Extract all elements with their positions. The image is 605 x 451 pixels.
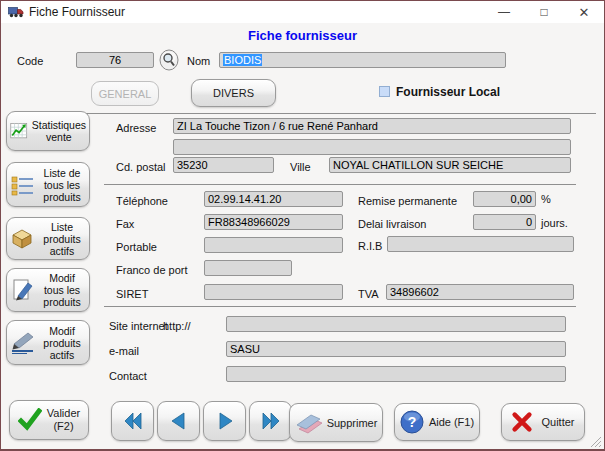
close-button[interactable]: ✕ [564, 1, 604, 23]
nav-last-button[interactable] [249, 401, 292, 441]
aide-button-label: Aide (F1) [429, 416, 474, 428]
svg-text:?: ? [408, 414, 417, 430]
page-title: Fiche fournisseur [1, 28, 604, 43]
valider-button[interactable]: Valider(F2) [9, 400, 89, 440]
quit-cross-icon [511, 411, 533, 433]
siret-field[interactable] [204, 284, 343, 300]
cd-postal-field[interactable]: 35230 [173, 157, 274, 173]
sidebar-button-label: Liste de tous les produits [38, 167, 86, 203]
sidebar-button-label: Statistiques vente [32, 119, 86, 143]
fax-label: Fax [116, 218, 134, 230]
http-prefix-label: http:// [163, 320, 191, 332]
delai-unit-label: jours. [541, 217, 568, 229]
tab-divers[interactable]: DIVERS [191, 79, 276, 107]
telephone-label: Téléphone [116, 195, 168, 207]
franco-field[interactable] [204, 260, 292, 276]
tva-field[interactable]: 34896602 [386, 284, 574, 300]
nom-selected-text: BIODIS [223, 54, 262, 66]
sidebar-button-label: Liste produits actifs [38, 221, 86, 257]
sidebar-button-label: Modif tous les produits [38, 272, 86, 308]
previous-record-icon [166, 409, 192, 433]
delai-field[interactable]: 0 [473, 214, 536, 230]
fax-field[interactable]: FR88348966029 [204, 214, 343, 230]
sidebar-button-liste-produits-actifs[interactable]: Liste produits actifs [6, 217, 90, 260]
tva-label: TVA [358, 288, 379, 300]
email-label: e-mail [109, 345, 139, 357]
supprimer-button[interactable]: Supprimer [289, 403, 383, 442]
aide-button[interactable]: ? Aide (F1) [394, 403, 480, 441]
ville-label: Ville [290, 161, 311, 173]
adresse-label: Adresse [116, 122, 156, 134]
app-truck-icon [8, 6, 25, 18]
ville-field[interactable]: NOYAL CHATILLON SUR SEICHE [329, 157, 571, 173]
search-icon[interactable] [159, 49, 179, 71]
separator-middle [104, 184, 576, 185]
quitter-button[interactable]: Quitter [501, 403, 585, 441]
valider-button-label: Valider(F2) [47, 407, 80, 433]
last-record-icon [258, 409, 284, 433]
portable-label: Portable [116, 241, 157, 253]
site-internet-label: Site internet [109, 320, 168, 332]
nav-previous-button[interactable] [157, 401, 200, 441]
sidebar-button-modif-tous-produits[interactable]: Modif tous les produits [6, 268, 90, 312]
nom-label: Nom [187, 55, 210, 67]
site-internet-field[interactable] [226, 316, 566, 332]
window-title: Fiche Fournisseur [29, 5, 125, 19]
telephone-field[interactable]: 02.99.14.41.20 [204, 191, 343, 207]
titlebar: Fiche Fournisseur — □ ✕ [1, 1, 604, 23]
adresse2-field[interactable] [173, 139, 571, 155]
rib-field[interactable] [387, 236, 574, 252]
franco-label: Franco de port [116, 264, 188, 276]
minimize-button[interactable]: — [484, 1, 524, 23]
window-controls: — □ ✕ [484, 1, 604, 23]
contact-field[interactable] [226, 366, 566, 382]
list-icon [10, 174, 36, 196]
sidebar-button-statistiques-vente[interactable]: Statistiques vente [6, 111, 90, 151]
sidebar-button-label: Modif produits actifs [38, 325, 86, 361]
delai-label: Delai livraison [358, 218, 426, 230]
rib-label: R.I.B [358, 240, 382, 252]
separator-top [86, 113, 596, 114]
resize-grip[interactable] [590, 436, 602, 448]
sidebar-button-modif-produits-actifs[interactable]: Modif produits actifs [6, 320, 90, 365]
siret-label: SIRET [116, 288, 148, 300]
quitter-button-label: Quitter [541, 416, 574, 428]
maximize-button[interactable]: □ [524, 1, 564, 23]
contact-label: Contact [109, 370, 147, 382]
supprimer-button-label: Supprimer [327, 417, 378, 429]
code-field[interactable]: 76 [76, 52, 154, 68]
remise-field[interactable]: 0,00 [473, 191, 536, 207]
check-icon [18, 408, 42, 432]
separator-bottom [104, 306, 576, 307]
tab-general[interactable]: GENERAL [91, 81, 159, 106]
nav-next-button[interactable] [203, 401, 246, 441]
box-icon [10, 227, 36, 250]
nom-field[interactable]: BIODIS [219, 52, 506, 68]
portable-field[interactable] [204, 237, 343, 253]
email-field[interactable]: SASU [226, 341, 566, 357]
sidebar-button-liste-tous-produits[interactable]: Liste de tous les produits [6, 162, 90, 207]
adresse-field[interactable]: ZI La Touche Tizon / 6 rue René Panhard [173, 118, 571, 134]
fiche-fournisseur-window: Fiche Fournisseur — □ ✕ Fiche fournisseu… [0, 0, 605, 451]
cd-postal-label: Cd. postal [116, 161, 166, 173]
edit-doc-icon [10, 279, 36, 302]
pencil-icon [10, 331, 36, 354]
help-icon: ? [400, 410, 424, 434]
eraser-icon [295, 412, 323, 434]
chart-icon [10, 120, 30, 142]
nav-first-button[interactable] [111, 401, 154, 441]
first-record-icon [120, 409, 146, 433]
code-label: Code [17, 55, 43, 67]
fournisseur-local-checkbox[interactable] [379, 86, 390, 97]
remise-unit-label: % [541, 193, 551, 205]
remise-label: Remise permanente [358, 195, 457, 207]
fournisseur-local-label: Fournisseur Local [396, 85, 500, 99]
next-record-icon [212, 409, 238, 433]
